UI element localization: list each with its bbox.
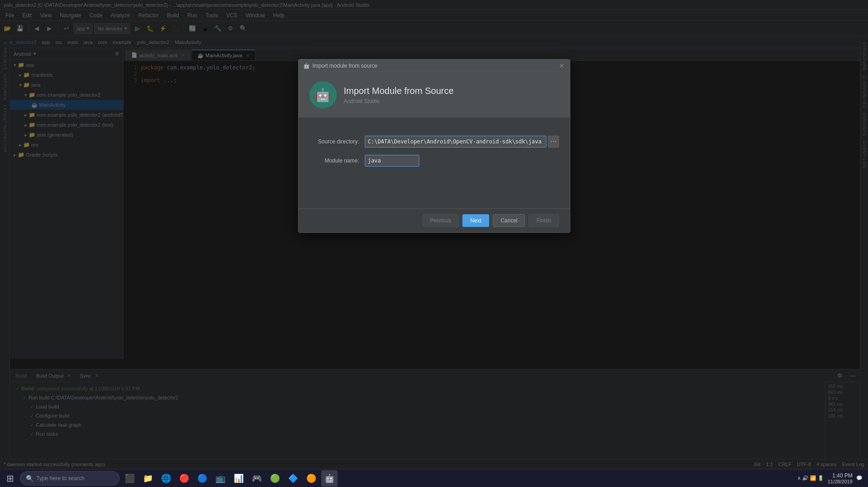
source-dir-input-wrap: ⋯ (365, 136, 559, 148)
android-studio-logo: 🤖 (309, 81, 337, 108)
previous-button[interactable]: Previous (422, 214, 459, 227)
taskbar-icon-8[interactable]: 🟢 (267, 470, 283, 487)
taskbar-icon-7[interactable]: 🎮 (249, 470, 265, 487)
edge-btn[interactable]: 🌐 (158, 470, 174, 487)
file-explorer-btn[interactable]: 📁 (140, 470, 156, 487)
modal-header-title: Import Module from Source (344, 86, 454, 96)
source-directory-input[interactable] (365, 136, 546, 148)
taskbar-icons-tray: ∧ 🔊 📶 🔋 (797, 475, 824, 481)
taskbar: ⊞ 🔍 Type here to search ⬛ 📁 🌐 🔴 🔵 📺 📊 🎮 … (0, 469, 868, 487)
modal-title: Import module from source (313, 63, 378, 69)
module-name-input-wrap (365, 155, 559, 167)
android-studio-taskbar[interactable]: 🤖 (321, 470, 338, 487)
modal-body: Source directory: ⋯ Module name: (299, 118, 570, 208)
browse-button[interactable]: ⋯ (548, 136, 559, 148)
cancel-button[interactable]: Cancel (493, 214, 525, 227)
taskbar-icon-10[interactable]: 🟠 (303, 470, 319, 487)
taskbar-right: ∧ 🔊 📶 🔋 1:40 PM 11/28/2019 💬 (797, 472, 866, 484)
taskbar-icon-6[interactable]: 📊 (230, 470, 247, 487)
modal-header: 🤖 Import Module from Source Android Stud… (299, 72, 570, 118)
notification-btn[interactable]: 💬 (856, 475, 863, 481)
module-name-label: Module name: (309, 157, 359, 164)
search-placeholder: Type here to search (36, 475, 84, 482)
taskbar-icon-3[interactable]: 🔴 (176, 470, 192, 487)
android-icon: 🤖 (303, 63, 310, 69)
next-button[interactable]: Next (462, 214, 489, 227)
finish-button[interactable]: Finish (529, 214, 559, 227)
modal-header-subtitle: Android Studio (344, 98, 454, 104)
search-icon: 🔍 (26, 475, 34, 482)
module-name-row: Module name: (309, 155, 559, 167)
modal-header-text: Import Module from Source Android Studio (344, 86, 454, 104)
modal-overlay: 🤖 Import module from source ✕ 🤖 Import M… (0, 0, 868, 469)
clock[interactable]: 1:40 PM 11/28/2019 (828, 472, 853, 484)
task-view-btn[interactable]: ⬛ (122, 470, 138, 487)
source-directory-row: Source directory: ⋯ (309, 136, 559, 148)
module-name-input[interactable] (365, 155, 419, 167)
import-module-dialog: 🤖 Import module from source ✕ 🤖 Import M… (298, 59, 570, 233)
clock-date: 11/28/2019 (828, 479, 853, 484)
modal-footer: Previous Next Cancel Finish (299, 208, 570, 232)
taskbar-search-bar[interactable]: 🔍 Type here to search (20, 471, 120, 486)
source-dir-label: Source directory: (309, 138, 359, 145)
modal-close-button[interactable]: ✕ (558, 62, 565, 69)
taskbar-icon-4[interactable]: 🔵 (194, 470, 211, 487)
modal-titlebar: 🤖 Import module from source ✕ (299, 59, 570, 72)
taskbar-icon-5[interactable]: 📺 (212, 470, 229, 487)
windows-start-button[interactable]: ⊞ (2, 470, 18, 487)
clock-time: 1:40 PM (828, 472, 853, 479)
taskbar-icon-9[interactable]: 🔷 (285, 470, 301, 487)
